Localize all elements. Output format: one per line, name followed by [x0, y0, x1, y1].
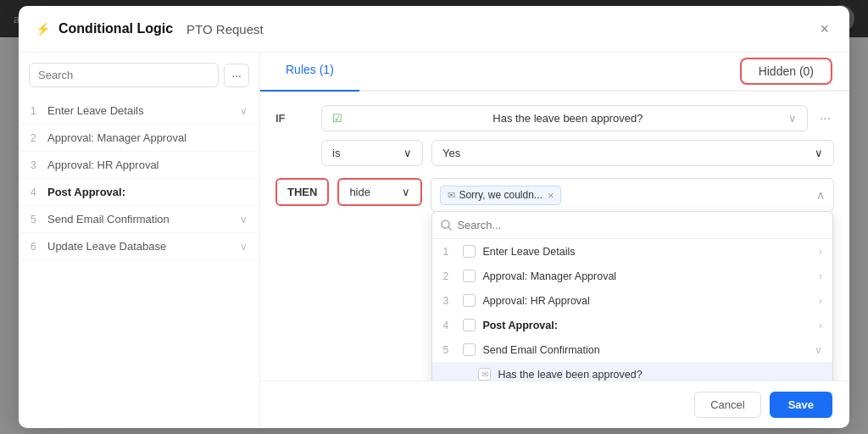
close-button[interactable]: ×: [816, 18, 832, 37]
conditional-logic-icon: ⚡: [36, 22, 50, 36]
modal-header: ⚡ Conditional Logic PTO Request ×: [19, 6, 849, 37]
modal-title: Conditional Logic: [58, 21, 173, 36]
modal-subtitle: PTO Request: [186, 22, 264, 36]
modal: ⚡ Conditional Logic PTO Request × ··· 1 …: [19, 6, 849, 37]
modal-overlay: ⚡ Conditional Logic PTO Request × ··· 1 …: [0, 0, 868, 37]
